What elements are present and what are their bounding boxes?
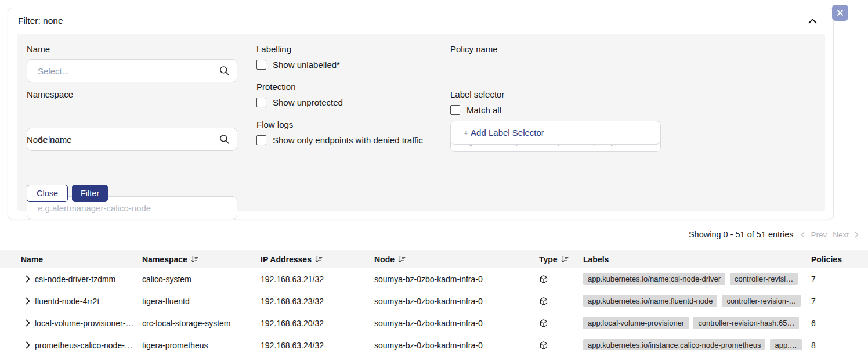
table-row[interactable]: prometheus-calico-node-… tigera-promethe… bbox=[0, 334, 868, 350]
sort-icon[interactable] bbox=[315, 255, 323, 263]
endpoint-namespace: calico-system bbox=[142, 275, 261, 284]
label-selector-section-label: Label selector bbox=[450, 89, 504, 99]
next-page-chevron[interactable] bbox=[855, 232, 859, 238]
policies-count: 8 bbox=[811, 341, 868, 350]
endpoint-ip: 192.168.63.20/32 bbox=[261, 319, 374, 328]
endpoint-name: local-volume-provisioner-… bbox=[35, 319, 142, 328]
show-unlabelled-checkbox[interactable]: Show unlabelled* bbox=[256, 60, 340, 70]
checkbox-box[interactable] bbox=[256, 98, 266, 107]
chevron-up-icon bbox=[808, 17, 817, 26]
label-chip: app.… bbox=[770, 339, 801, 350]
dismiss-filter-button[interactable] bbox=[832, 5, 848, 21]
pod-type-icon bbox=[539, 341, 583, 350]
chevron-right-icon bbox=[26, 320, 30, 329]
endpoints-table: Name Namespace IP Addresses Node Type La… bbox=[0, 250, 868, 350]
chevron-right-icon bbox=[26, 342, 30, 350]
node-name-field-label: Node name bbox=[27, 135, 72, 145]
sort-icon[interactable] bbox=[398, 255, 406, 263]
endpoint-name: fluentd-node-4rr2t bbox=[35, 297, 142, 306]
chevron-left-icon bbox=[801, 231, 805, 240]
policies-count: 6 bbox=[811, 319, 868, 328]
filter-panel: Filter: none Name Namespace Node name bbox=[8, 8, 834, 219]
showing-entries-text: Showing 0 - 51 of 51 entries bbox=[689, 230, 794, 239]
label-chip: app.kubernetes.io/name:fluentd-node bbox=[583, 295, 717, 307]
checkbox-box[interactable] bbox=[256, 135, 266, 145]
chevron-right-icon bbox=[26, 298, 30, 306]
pod-type-icon bbox=[539, 275, 583, 284]
name-select-input[interactable] bbox=[27, 59, 237, 82]
table-row[interactable]: csi-node-driver-tzdmm calico-system 192.… bbox=[0, 268, 868, 290]
endpoint-namespace: tigera-prometheus bbox=[142, 341, 261, 350]
table-header-row: Name Namespace IP Addresses Node Type La… bbox=[0, 250, 868, 268]
add-label-selector-button[interactable]: + Add Label Selector bbox=[450, 121, 661, 145]
label-chip: app.kubernetes.io/instance:calico-node-p… bbox=[583, 339, 765, 350]
name-field-label: Name bbox=[27, 44, 50, 54]
close-icon bbox=[837, 9, 844, 18]
checkbox-label: Match all bbox=[466, 105, 501, 115]
policies-count: 7 bbox=[811, 275, 868, 284]
endpoint-name: prometheus-calico-node-… bbox=[35, 341, 142, 350]
column-header-policies: Policies bbox=[811, 255, 868, 264]
prev-page-chevron[interactable] bbox=[801, 232, 805, 238]
expand-row-button[interactable] bbox=[21, 340, 35, 350]
label-chip: app.kubernetes.io/name:csi-node-driver bbox=[583, 273, 725, 285]
denied-traffic-checkbox[interactable]: Show only endpoints with denied traffic bbox=[256, 135, 423, 145]
pod-type-icon bbox=[539, 297, 583, 306]
expand-row-button[interactable] bbox=[21, 274, 35, 284]
column-header-type[interactable]: Type bbox=[539, 255, 583, 264]
column-header-namespace[interactable]: Namespace bbox=[142, 255, 261, 264]
labelling-section-label: Labelling bbox=[256, 44, 291, 54]
pod-type-icon bbox=[539, 319, 583, 328]
table-row[interactable]: local-volume-provisioner-… crc-local-sto… bbox=[0, 312, 868, 334]
endpoint-ip: 192.168.63.21/32 bbox=[261, 275, 374, 284]
endpoint-node: soumya-bz-0zbo-kadm-infra-0 bbox=[374, 297, 539, 306]
expand-row-button[interactable] bbox=[21, 318, 35, 328]
endpoint-node: soumya-bz-0zbo-kadm-infra-0 bbox=[374, 319, 539, 328]
labels-cell: app:local-volume-provisioner controller-… bbox=[583, 317, 811, 329]
column-header-node[interactable]: Node bbox=[374, 255, 539, 264]
endpoint-node: soumya-bz-0zbo-kadm-infra-0 bbox=[374, 341, 539, 350]
close-button[interactable]: Close bbox=[27, 185, 68, 202]
sort-icon[interactable] bbox=[191, 255, 198, 263]
endpoint-name: csi-node-driver-tzdmm bbox=[35, 275, 142, 284]
column-header-ip-addresses[interactable]: IP Addresses bbox=[261, 255, 374, 264]
labels-cell: app.kubernetes.io/instance:calico-node-p… bbox=[583, 339, 811, 350]
filter-form: Name Namespace Node name Close Filter La… bbox=[17, 34, 825, 211]
prev-page-button[interactable]: Prev bbox=[811, 230, 827, 239]
namespace-field-label: Namespace bbox=[27, 89, 73, 99]
expand-row-button[interactable] bbox=[21, 296, 35, 306]
next-page-button[interactable]: Next bbox=[833, 230, 849, 239]
label-chip: controller-revisi… bbox=[730, 273, 798, 285]
filter-panel-title: Filter: none bbox=[18, 16, 63, 26]
checkbox-box[interactable] bbox=[256, 60, 266, 70]
sort-icon[interactable] bbox=[561, 255, 569, 263]
chevron-right-icon bbox=[855, 231, 859, 240]
checkbox-label: Show only endpoints with denied traffic bbox=[273, 135, 423, 145]
policies-count: 7 bbox=[811, 297, 868, 306]
show-unprotected-checkbox[interactable]: Show unprotected bbox=[256, 98, 343, 107]
flow-logs-section-label: Flow logs bbox=[256, 120, 293, 129]
match-all-checkbox[interactable]: Match all bbox=[450, 105, 501, 115]
chevron-right-icon bbox=[26, 276, 30, 284]
filter-button[interactable]: Filter bbox=[72, 185, 108, 202]
label-chip: controller-revision-… bbox=[722, 295, 801, 307]
checkbox-label: Show unprotected bbox=[273, 98, 343, 107]
collapse-panel-button[interactable] bbox=[807, 17, 818, 25]
table-row[interactable]: fluentd-node-4rr2t tigera-fluentd 192.16… bbox=[0, 290, 868, 312]
endpoint-ip: 192.168.63.23/32 bbox=[261, 297, 374, 306]
endpoint-node: soumya-bz-0zbo-kadm-infra-0 bbox=[374, 275, 539, 284]
labels-cell: app.kubernetes.io/name:csi-node-driver c… bbox=[583, 273, 811, 285]
label-chip: app:local-volume-provisioner bbox=[583, 317, 689, 329]
labels-cell: app.kubernetes.io/name:fluentd-node cont… bbox=[583, 295, 811, 307]
policy-name-field-label: Policy name bbox=[450, 44, 498, 54]
endpoint-namespace: crc-local-storage-system bbox=[142, 319, 261, 328]
column-header-name: Name bbox=[21, 255, 142, 264]
endpoint-ip: 192.168.63.24/32 bbox=[261, 341, 374, 350]
checkbox-box[interactable] bbox=[450, 105, 460, 115]
protection-section-label: Protection bbox=[256, 82, 296, 92]
endpoint-namespace: tigera-fluentd bbox=[142, 297, 261, 306]
checkbox-label: Show unlabelled* bbox=[273, 60, 340, 70]
label-chip: controller-revision-hash:65… bbox=[693, 317, 799, 329]
column-header-labels: Labels bbox=[583, 255, 811, 264]
filter-panel-header: Filter: none bbox=[8, 8, 833, 26]
